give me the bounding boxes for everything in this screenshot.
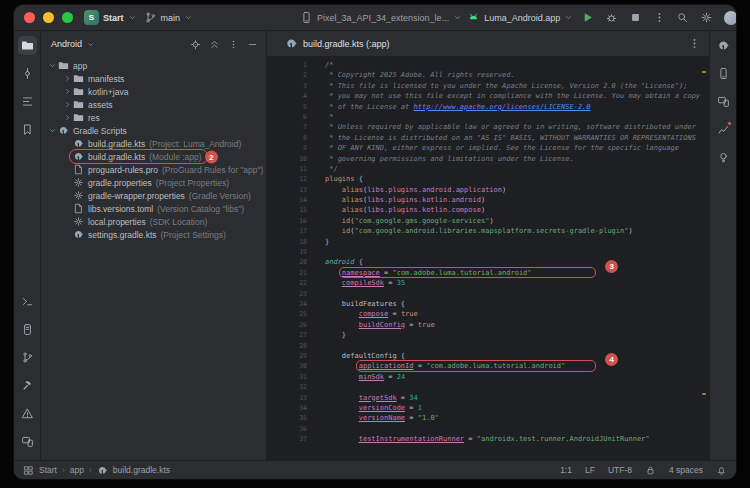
tree-item[interactable]: libs.versions.toml(Version Catalog "libs… — [41, 202, 266, 215]
code-editor[interactable]: 1/*2 * Copyright 2025 Adobe. All rights … — [267, 57, 709, 460]
project-tool-button[interactable] — [18, 36, 37, 55]
chevron-right-icon[interactable] — [62, 100, 73, 109]
code-line[interactable]: 8 * the License is distributed on an "AS… — [267, 133, 709, 143]
code-line[interactable]: 36 — [267, 424, 709, 434]
code-line[interactable]: 7 * Unless required by applicable law or… — [267, 122, 709, 132]
panel-options-button[interactable] — [228, 39, 239, 50]
chevron-right-icon[interactable] — [62, 87, 73, 96]
zoom-button[interactable] — [62, 12, 73, 23]
tree-item[interactable]: assets — [41, 98, 266, 111]
code-line[interactable]: 25 compose = true — [267, 309, 709, 319]
chevron-right-icon[interactable] — [62, 113, 73, 122]
code-line[interactable]: 16 id("com.google.gms.google-services") — [267, 216, 709, 226]
debug-button[interactable] — [602, 8, 621, 27]
close-button[interactable] — [24, 12, 35, 23]
code-line[interactable]: 24 buildFeatures { — [267, 299, 709, 309]
code-line[interactable]: 3 * This file is licensed to you under t… — [267, 81, 709, 91]
tree-item[interactable]: build.gradle.kts(Project: Luma_Android) — [41, 137, 266, 150]
select-opened-file-button[interactable] — [190, 39, 201, 50]
collapse-all-button[interactable] — [209, 39, 220, 50]
tree-item[interactable]: kotlin+java — [41, 85, 266, 98]
code-line[interactable]: 22 compileSdk = 35 — [267, 278, 709, 288]
tab-list-button[interactable] — [688, 37, 701, 50]
code-line[interactable]: 21 namespace = "com.adobe.luma.tutorial.… — [267, 268, 709, 278]
tree-item[interactable]: res — [41, 111, 266, 124]
code-line[interactable]: 4 * you may not use this file except in … — [267, 91, 709, 101]
search-everywhere-button[interactable] — [676, 11, 689, 24]
tree-item[interactable]: app — [41, 59, 266, 72]
tree-item[interactable]: manifests — [41, 72, 266, 85]
breadcrumb-file[interactable]: build.gradle.kts — [113, 465, 170, 475]
commit-tool-button[interactable] — [18, 64, 37, 83]
logcat-tool-button[interactable] — [18, 320, 37, 339]
notifications-icon[interactable] — [716, 465, 727, 476]
code-line[interactable]: 10 * governing permissions and limitatio… — [267, 154, 709, 164]
more-actions-button[interactable] — [650, 8, 669, 27]
code-line[interactable]: 5 * of the License at http://www.apache.… — [267, 102, 709, 112]
assistant-tool-button[interactable] — [714, 148, 733, 167]
code-line[interactable]: 20android { — [267, 257, 709, 267]
vcs-branch-widget[interactable]: main — [144, 11, 194, 24]
project-widget[interactable]: S Start — [84, 10, 137, 25]
code-line[interactable]: 11 */ — [267, 164, 709, 174]
tree-item[interactable]: proguard-rules.pro(ProGuard Rules for "a… — [41, 163, 266, 176]
code-line[interactable]: 28 — [267, 341, 709, 351]
code-line[interactable]: 34 versionCode = 1 — [267, 403, 709, 413]
tree-item[interactable]: local.properties(SDK Location) — [41, 215, 266, 228]
code-line[interactable]: 15 alias(libs.plugins.kotlin.compose) — [267, 205, 709, 215]
code-line[interactable]: 32 — [267, 382, 709, 392]
code-line[interactable]: 9 * OF ANY KIND, either express or impli… — [267, 143, 709, 153]
code-line[interactable]: 30 applicationId = "com.adobe.luma.tutor… — [267, 361, 709, 371]
caret-position-widget[interactable]: 1:1 — [560, 465, 572, 475]
hide-panel-button[interactable] — [247, 39, 258, 50]
breadcrumb-module[interactable]: app — [70, 465, 84, 475]
version-control-tool-button[interactable] — [18, 348, 37, 367]
code-line[interactable]: 29 defaultConfig { — [267, 351, 709, 361]
run-button[interactable] — [578, 8, 597, 27]
bookmarks-tool-button[interactable] — [18, 120, 37, 139]
code-line[interactable]: 27 } — [267, 330, 709, 340]
user-avatar[interactable] — [724, 11, 736, 25]
code-line[interactable]: 26 buildConfig = true — [267, 320, 709, 330]
project-view-selector[interactable]: Android — [51, 39, 95, 49]
editor-tab-build-gradle[interactable]: build.gradle.kts (:app) — [275, 31, 400, 56]
tree-item[interactable]: gradle-wrapper.properties(Gradle Version… — [41, 189, 266, 202]
code-line[interactable]: 12plugins { — [267, 174, 709, 184]
gradle-tool-button[interactable] — [714, 36, 733, 55]
code-line[interactable]: 6 * — [267, 112, 709, 122]
code-line[interactable]: 14 alias(libs.plugins.kotlin.android) — [267, 195, 709, 205]
device-selector[interactable]: Pixel_3a_API_34_extension_le... — [300, 11, 462, 24]
running-devices-tool-button[interactable] — [714, 92, 733, 111]
problems-tool-button[interactable] — [18, 404, 37, 423]
breadcrumb-project[interactable]: Start — [39, 465, 57, 475]
chevron-right-icon[interactable] — [62, 74, 73, 83]
code-line[interactable]: 31 minSdk = 24 — [267, 372, 709, 382]
code-line[interactable]: 2 * Copyright 2025 Adobe. All rights res… — [267, 70, 709, 80]
app-inspection-tool-button[interactable] — [18, 432, 37, 451]
chevron-down-icon[interactable] — [47, 126, 58, 135]
app-quality-insights-tool-button[interactable] — [714, 120, 733, 139]
structure-tool-button[interactable] — [18, 92, 37, 111]
code-line[interactable]: 18} — [267, 237, 709, 247]
chevron-down-icon[interactable] — [47, 61, 58, 70]
code-line[interactable]: 17 id("com.google.android.libraries.maps… — [267, 226, 709, 236]
code-line[interactable]: 37 testInstrumentationRunner = "androidx… — [267, 434, 709, 444]
readonly-lock-icon[interactable] — [645, 465, 656, 476]
indent-widget[interactable]: 4 spaces — [669, 465, 703, 475]
tree-item[interactable]: settings.gradle.kts(Project Settings) — [41, 228, 266, 241]
tree-item[interactable]: gradle.properties(Project Properties) — [41, 176, 266, 189]
code-line[interactable]: 1/* — [267, 60, 709, 70]
run-configuration-selector[interactable]: Luma_Android.app — [467, 11, 573, 24]
code-line[interactable]: 33 targetSdk = 34 — [267, 393, 709, 403]
device-manager-tool-button[interactable] — [714, 64, 733, 83]
terminal-tool-button[interactable] — [18, 292, 37, 311]
encoding-widget[interactable]: UTF-8 — [608, 465, 632, 475]
settings-button[interactable] — [700, 11, 713, 24]
tree-item[interactable]: build.gradle.kts(Module :app)2 — [41, 150, 266, 163]
code-line[interactable]: 19 — [267, 247, 709, 257]
minimize-button[interactable] — [43, 12, 54, 23]
tree-item[interactable]: Gradle Scripts — [41, 124, 266, 137]
stop-button[interactable] — [626, 8, 645, 27]
code-line[interactable]: 13 alias(libs.plugins.android.applicatio… — [267, 185, 709, 195]
build-tool-button[interactable] — [18, 376, 37, 395]
